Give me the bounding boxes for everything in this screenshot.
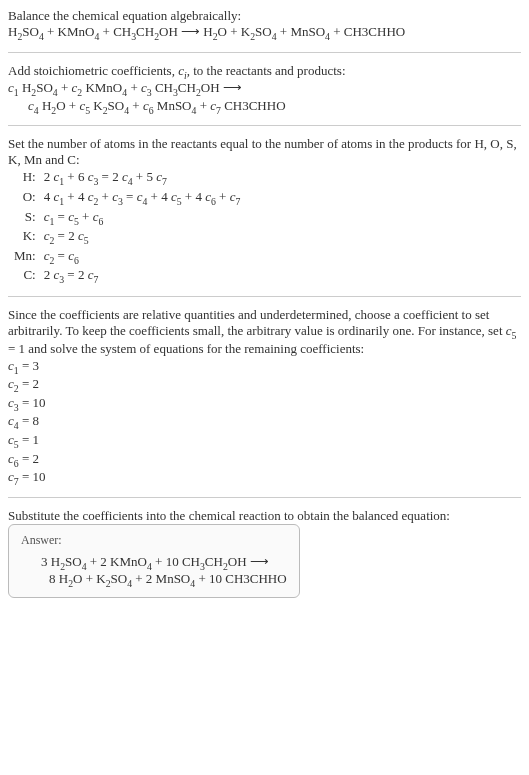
- element-label: K:: [12, 227, 42, 247]
- coeff-equation-lhs: c1 H2SO4 + c2 KMnO4 + c3 CH3CH2OH ⟶: [8, 80, 521, 98]
- divider: [8, 296, 521, 297]
- balanced-equation-lhs: 3 H2SO4 + 2 KMnO4 + 10 CH3CH2OH ⟶: [41, 554, 287, 572]
- t: SO: [22, 24, 39, 39]
- t: +: [129, 98, 143, 113]
- atom-equation-table: H:2 c1 + 6 c3 = 2 c4 + 5 c7O:4 c1 + 4 c2…: [12, 168, 246, 286]
- coefficient-value: c5 = 1: [8, 432, 521, 450]
- atom-eq-text: Set the number of atoms in the reactants…: [8, 136, 521, 168]
- coefficient-value: c1 = 3: [8, 358, 521, 376]
- element-equation: c2 = c6: [42, 247, 247, 267]
- section-solve: Since the coefficients are relative quan…: [8, 307, 521, 487]
- element-label: H:: [12, 168, 42, 188]
- t: +: [58, 80, 72, 95]
- stoich-text: Add stoichiometric coefficients, ci, to …: [8, 63, 521, 81]
- unbalanced-equation: H2SO4 + KMnO4 + CH3CH2OH ⟶ H2O + K2SO4 +…: [8, 24, 521, 42]
- element-label: O:: [12, 188, 42, 208]
- t: SO: [36, 80, 53, 95]
- t: CH: [205, 554, 223, 569]
- t: KMnO: [82, 80, 122, 95]
- element-equation: 2 c3 = 2 c7: [42, 266, 247, 286]
- divider: [8, 125, 521, 126]
- t: SO: [111, 571, 128, 586]
- atom-equation-row: Mn:c2 = c6: [12, 247, 246, 267]
- section-atom-equations: Set the number of atoms in the reactants…: [8, 136, 521, 286]
- t: CH3CHHO: [221, 98, 286, 113]
- t: O +: [56, 98, 79, 113]
- t: H: [39, 98, 52, 113]
- coefficient-list: c1 = 3c2 = 2c3 = 10c4 = 8c5 = 1c6 = 2c7 …: [8, 358, 521, 487]
- coefficient-value: c3 = 10: [8, 395, 521, 413]
- atom-equation-row: S:c1 = c5 + c6: [12, 208, 246, 228]
- t: + 10 CH: [152, 554, 200, 569]
- t: + 10 CH3CHHO: [195, 571, 286, 586]
- t: SO: [108, 98, 125, 113]
- coefficient-value: c7 = 10: [8, 469, 521, 487]
- t: CH: [152, 80, 173, 95]
- element-equation: 4 c1 + 4 c2 + c3 = c4 + 4 c5 + 4 c6 + c7: [42, 188, 247, 208]
- t: O + K: [218, 24, 251, 39]
- t: + 2 MnSO: [132, 571, 190, 586]
- intro-text: Balance the chemical equation algebraica…: [8, 8, 521, 24]
- t: SO: [65, 554, 82, 569]
- t: + KMnO: [44, 24, 95, 39]
- coefficient-value: c6 = 2: [8, 451, 521, 469]
- t: +: [127, 80, 141, 95]
- element-equation: c1 = c5 + c6: [42, 208, 247, 228]
- t: CH: [178, 80, 196, 95]
- balanced-equation-rhs: 8 H2O + K2SO4 + 2 MnSO4 + 10 CH3CHHO: [49, 571, 287, 589]
- atom-equation-row: O:4 c1 + 4 c2 + c3 = c4 + 4 c5 + 4 c6 + …: [12, 188, 246, 208]
- t: OH ⟶ H: [159, 24, 213, 39]
- t: 8 H: [49, 571, 68, 586]
- t: + 2 KMnO: [87, 554, 147, 569]
- t: SO: [255, 24, 272, 39]
- coefficient-value: c2 = 2: [8, 376, 521, 394]
- t: Add stoichiometric coefficients,: [8, 63, 178, 78]
- t: 3 H: [41, 554, 60, 569]
- divider: [8, 52, 521, 53]
- t: = 1 and solve the system of equations fo…: [8, 341, 364, 356]
- t: + CH3CHHO: [330, 24, 405, 39]
- element-label: C:: [12, 266, 42, 286]
- t: MnSO: [154, 98, 192, 113]
- t: K: [90, 98, 103, 113]
- section-answer: Substitute the coefficients into the che…: [8, 508, 521, 598]
- section-stoich-coeffs: Add stoichiometric coefficients, ci, to …: [8, 63, 521, 116]
- t: OH ⟶: [228, 554, 269, 569]
- answer-box: Answer: 3 H2SO4 + 2 KMnO4 + 10 CH3CH2OH …: [8, 524, 300, 598]
- t: + MnSO: [277, 24, 326, 39]
- divider: [8, 497, 521, 498]
- solve-text: Since the coefficients are relative quan…: [8, 307, 521, 357]
- atom-equation-row: K:c2 = 2 c5: [12, 227, 246, 247]
- t: Since the coefficients are relative quan…: [8, 307, 506, 338]
- answer-intro-text: Substitute the coefficients into the che…: [8, 508, 521, 524]
- atom-equation-row: H:2 c1 + 6 c3 = 2 c4 + 5 c7: [12, 168, 246, 188]
- t: 5: [512, 330, 517, 341]
- t: , to the reactants and products:: [187, 63, 346, 78]
- t: + CH: [99, 24, 131, 39]
- element-equation: 2 c1 + 6 c3 = 2 c4 + 5 c7: [42, 168, 247, 188]
- atom-equation-row: C:2 c3 = 2 c7: [12, 266, 246, 286]
- t: CH: [136, 24, 154, 39]
- coeff-equation-rhs: c4 H2O + c5 K2SO4 + c6 MnSO4 + c7 CH3CHH…: [28, 98, 521, 116]
- element-label: S:: [12, 208, 42, 228]
- element-label: Mn:: [12, 247, 42, 267]
- t: O + K: [73, 571, 106, 586]
- t: OH ⟶: [201, 80, 242, 95]
- section-balance-intro: Balance the chemical equation algebraica…: [8, 8, 521, 42]
- coefficient-value: c4 = 8: [8, 413, 521, 431]
- answer-label: Answer:: [21, 533, 287, 548]
- element-equation: c2 = 2 c5: [42, 227, 247, 247]
- t: H: [8, 24, 17, 39]
- t: H: [19, 80, 32, 95]
- t: +: [196, 98, 210, 113]
